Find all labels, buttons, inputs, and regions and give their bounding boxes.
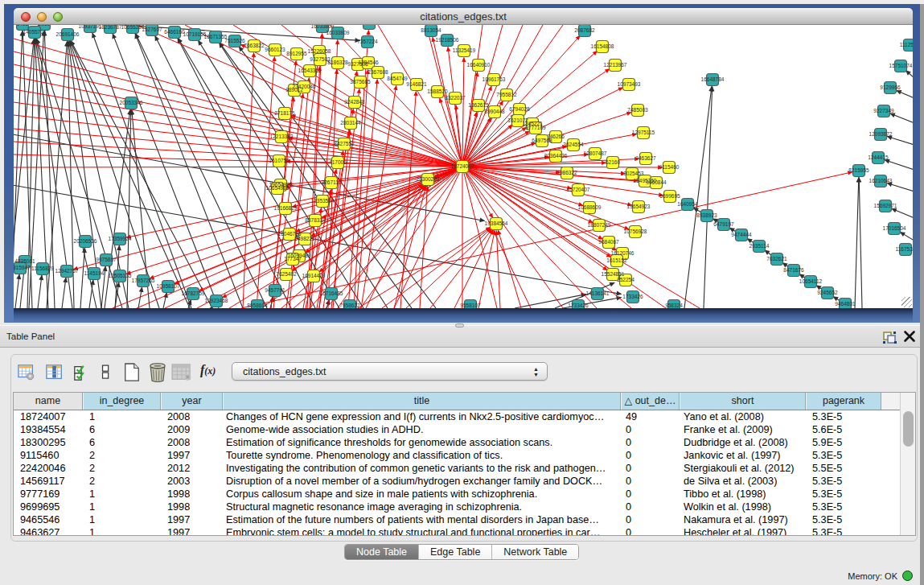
svg-text:15720407: 15720407 [567, 187, 590, 192]
svg-text:12942757: 12942757 [55, 268, 79, 274]
svg-text:2069: 2069 [39, 25, 51, 27]
svg-text:16033809: 16033809 [311, 25, 335, 29]
svg-text:8938923: 8938923 [696, 212, 717, 218]
svg-text:8427552: 8427552 [334, 141, 355, 146]
svg-text:417006: 417006 [329, 159, 347, 165]
svg-text:10807487: 10807487 [584, 150, 607, 156]
svg-text:12923468: 12923468 [205, 298, 228, 303]
svg-text:9660123: 9660123 [265, 47, 285, 52]
svg-text:9777169: 9777169 [525, 125, 546, 130]
svg-text:9242848: 9242848 [344, 99, 365, 105]
svg-text:18724007: 18724007 [451, 163, 474, 169]
svg-text:10654985: 10654985 [266, 185, 290, 191]
svg-text:5498222: 5498222 [294, 236, 315, 241]
svg-text:7632621: 7632621 [766, 256, 787, 262]
svg-text:15524851: 15524851 [602, 271, 625, 277]
svg-text:9457791: 9457791 [265, 287, 285, 293]
svg-text:1405: 1405 [17, 25, 29, 27]
svg-text:1610755: 1610755 [269, 158, 290, 163]
svg-text:9146821: 9146821 [406, 81, 427, 87]
svg-text:14055714: 14055714 [23, 29, 47, 35]
svg-text:10654112: 10654112 [799, 278, 823, 284]
svg-text:16033809: 16033809 [326, 30, 350, 35]
svg-text:10025453: 10025453 [621, 171, 644, 176]
svg-text:3915947: 3915947 [14, 265, 31, 270]
svg-text:20053346: 20053346 [120, 100, 143, 105]
svg-text:62160: 62160 [606, 159, 620, 165]
svg-text:17359924: 17359924 [109, 236, 132, 241]
svg-text:1167533: 1167533 [896, 246, 913, 252]
svg-text:8990448: 8990448 [484, 109, 505, 114]
svg-text:19384554: 19384554 [485, 220, 508, 226]
svg-text:16782759: 16782759 [182, 290, 205, 296]
svg-text:1588520: 1588520 [427, 89, 448, 94]
svg-text:9684067: 9684067 [598, 239, 619, 245]
svg-text:6466160: 6466160 [164, 29, 185, 35]
svg-text:10719155: 10719155 [183, 31, 207, 37]
svg-text:7663822: 7663822 [244, 43, 265, 48]
svg-text:8215955: 8215955 [848, 167, 869, 173]
svg-text:17016504: 17016504 [883, 225, 906, 231]
svg-text:8186328: 8186328 [327, 60, 348, 65]
svg-text:10688609: 10688609 [578, 204, 602, 210]
svg-text:958324: 958324 [665, 303, 683, 308]
svg-text:12213382: 12213382 [270, 134, 294, 139]
svg-text:7955812: 7955812 [496, 92, 517, 97]
svg-text:8912955: 8912955 [286, 51, 307, 56]
svg-text:1244415: 1244415 [868, 154, 889, 160]
svg-text:2803144: 2803144 [340, 120, 361, 126]
svg-text:2718176: 2718176 [274, 110, 295, 116]
svg-text:3267110: 3267110 [322, 179, 342, 185]
svg-text:17957255: 17957255 [132, 278, 155, 283]
svg-text:6699695: 6699695 [659, 193, 680, 199]
svg-text:15716485: 15716485 [320, 290, 343, 296]
svg-text:6794028: 6794028 [509, 106, 530, 112]
svg-text:16640910: 16640910 [467, 62, 491, 68]
svg-text:177347: 177347 [284, 256, 302, 262]
svg-text:20364436: 20364436 [544, 153, 568, 159]
svg-text:18236787: 18236787 [99, 25, 122, 30]
svg-text:9129966: 9129966 [880, 84, 901, 90]
svg-text:1527607: 1527607 [142, 27, 162, 32]
svg-text:9474444: 9474444 [731, 232, 752, 237]
svg-text:1284546: 1284546 [358, 60, 379, 65]
svg-text:12505135: 12505135 [109, 273, 132, 278]
svg-text:7958622: 7958622 [339, 303, 360, 308]
svg-text:9245652: 9245652 [817, 290, 838, 295]
svg-text:9464801: 9464801 [835, 301, 856, 307]
svg-text:16154808: 16154808 [591, 43, 614, 49]
svg-text:1362615: 1362615 [468, 102, 489, 108]
svg-text:1112503: 1112503 [900, 42, 913, 47]
svg-text:12353594: 12353594 [311, 198, 335, 204]
svg-text:10973493: 10973493 [618, 81, 641, 87]
svg-text:19654923: 19654923 [627, 204, 651, 209]
svg-text:10961763: 10961763 [483, 76, 506, 82]
svg-text:20206536: 20206536 [74, 238, 97, 244]
svg-text:2367608: 2367608 [368, 69, 388, 75]
svg-text:8813054: 8813054 [421, 27, 441, 33]
svg-text:12975115: 12975115 [632, 130, 655, 135]
svg-text:7986322: 7986322 [556, 170, 577, 175]
svg-text:4835061: 4835061 [14, 258, 35, 264]
svg-text:2087682: 2087682 [574, 27, 595, 33]
svg-text:1640954: 1640954 [677, 201, 698, 207]
svg-text:7515526: 7515526 [224, 38, 245, 43]
svg-text:15692971: 15692971 [874, 203, 897, 208]
svg-text:7357224: 7357224 [357, 39, 378, 44]
svg-text:8471676: 8471676 [783, 267, 804, 273]
svg-text:16648784: 16648784 [701, 76, 725, 82]
svg-text:252254: 252254 [617, 277, 634, 282]
svg-text:11325419: 11325419 [453, 47, 476, 53]
svg-text:9227349: 9227349 [873, 108, 894, 113]
svg-text:9115460: 9115460 [659, 164, 680, 170]
svg-text:9558107: 9558107 [460, 303, 481, 308]
svg-text:25300293: 25300293 [417, 176, 440, 182]
svg-text:11156829: 11156829 [31, 266, 54, 271]
svg-text:2935114: 2935114 [749, 243, 770, 249]
svg-text:6497568: 6497568 [532, 138, 552, 143]
svg-text:16543362: 16543362 [298, 68, 322, 73]
svg-text:7485003: 7485003 [627, 107, 648, 113]
svg-text:8322037: 8322037 [445, 95, 466, 101]
svg-text:1145194: 1145194 [84, 270, 105, 276]
svg-text:8958604: 8958604 [247, 303, 268, 308]
